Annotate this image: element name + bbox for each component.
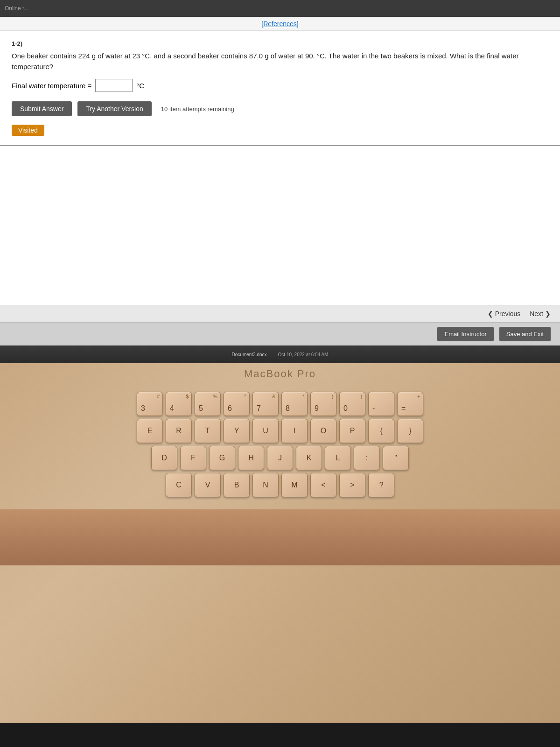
key-minus[interactable]: _ - [368,392,394,416]
key-d[interactable]: D [151,446,177,470]
try-another-version-button[interactable]: Try Another Version [77,101,151,116]
key-v[interactable]: V [195,473,221,497]
references-bar: [References] [0,17,560,31]
key-row-qwerty: E R T Y U I O P { } [75,419,485,443]
keyboard: # 3 $ 4 % 5 ^ 6 & 7 * 8 [70,387,490,505]
key-l[interactable]: L [325,446,351,470]
top-bar-text: Online t... [5,5,28,12]
dock-label: Document3.docx [232,352,267,357]
question-text: One beaker contains 224 g of water at 23… [12,51,548,72]
key-question[interactable]: ? [368,473,394,497]
problem-number: 1-2) [12,40,548,47]
key-n[interactable]: N [252,473,279,497]
key-e[interactable]: E [137,419,163,443]
key-t[interactable]: T [195,419,221,443]
answer-input[interactable] [95,79,133,92]
action-bar: Email Instructor Save and Exit [0,322,560,345]
key-equals[interactable]: + = [397,392,423,416]
key-bracket-close[interactable]: } [397,419,423,443]
attempts-text: 10 item attempts remaining [161,106,234,113]
key-row-bottom: C V B N M < > ? [75,473,485,497]
key-u[interactable]: U [252,419,279,443]
key-f[interactable]: F [180,446,206,470]
previous-button[interactable]: Previous [488,310,520,317]
macbook-label: MacBook Pro [244,368,316,380]
key-row-numbers: # 3 $ 4 % 5 ^ 6 & 7 * 8 [75,392,485,416]
key-m[interactable]: M [281,473,308,497]
key-less-than[interactable]: < [310,473,336,497]
chevron-left-icon [488,310,493,317]
key-3[interactable]: # 3 [137,392,163,416]
key-p[interactable]: P [339,419,365,443]
key-k[interactable]: K [296,446,322,470]
key-4[interactable]: $ 4 [166,392,192,416]
dock-timestamp: Oct 10, 2022 at 6:04 AM [278,352,329,357]
key-o[interactable]: O [310,419,336,443]
key-row-home: D F G H J K L : " [75,446,485,470]
browser-top-bar: Online t... [0,0,560,17]
empty-content-area [0,146,560,305]
key-bracket-open[interactable]: { [368,419,394,443]
key-7[interactable]: & 7 [252,392,279,416]
key-8[interactable]: * 8 [281,392,308,416]
key-5[interactable]: % 5 [195,392,221,416]
key-r[interactable]: R [166,419,192,443]
answer-unit: °C [136,82,144,90]
question-area: 1-2) One beaker contains 224 g of water … [0,31,560,146]
email-instructor-button[interactable]: Email Instructor [437,327,493,341]
key-h[interactable]: H [238,446,264,470]
key-b[interactable]: B [224,473,250,497]
key-g[interactable]: G [209,446,235,470]
key-j[interactable]: J [267,446,293,470]
key-0[interactable]: ) 0 [339,392,365,416]
references-link[interactable]: [References] [261,20,298,28]
button-row: Submit Answer Try Another Version 10 ite… [12,101,548,116]
content-wrapper: 1-2) One beaker contains 224 g of water … [0,31,560,345]
answer-row: Final water temperature = °C [12,79,548,92]
save-and-exit-button[interactable]: Save and Exit [499,327,551,341]
key-semicolon[interactable]: : [354,446,380,470]
prev-next-row: Previous Next [0,305,560,322]
submit-button[interactable]: Submit Answer [12,101,72,116]
visited-badge: Visited [12,125,44,136]
key-c[interactable]: C [166,473,192,497]
answer-label: Final water temperature = [12,82,91,90]
key-greater-than[interactable]: > [339,473,365,497]
next-button[interactable]: Next [530,310,551,317]
laptop-bottom [0,509,560,565]
key-y[interactable]: Y [224,419,250,443]
chevron-right-icon [545,310,551,317]
key-6[interactable]: ^ 6 [224,392,250,416]
key-quote[interactable]: " [383,446,409,470]
key-9[interactable]: ( 9 [310,392,336,416]
macbook-body: MacBook Pro # 3 $ 4 % 5 ^ 6 & 7 [0,363,560,723]
key-i[interactable]: I [281,419,308,443]
mac-dock-bar: Document3.docx Oct 10, 2022 at 6:04 AM [0,345,560,363]
